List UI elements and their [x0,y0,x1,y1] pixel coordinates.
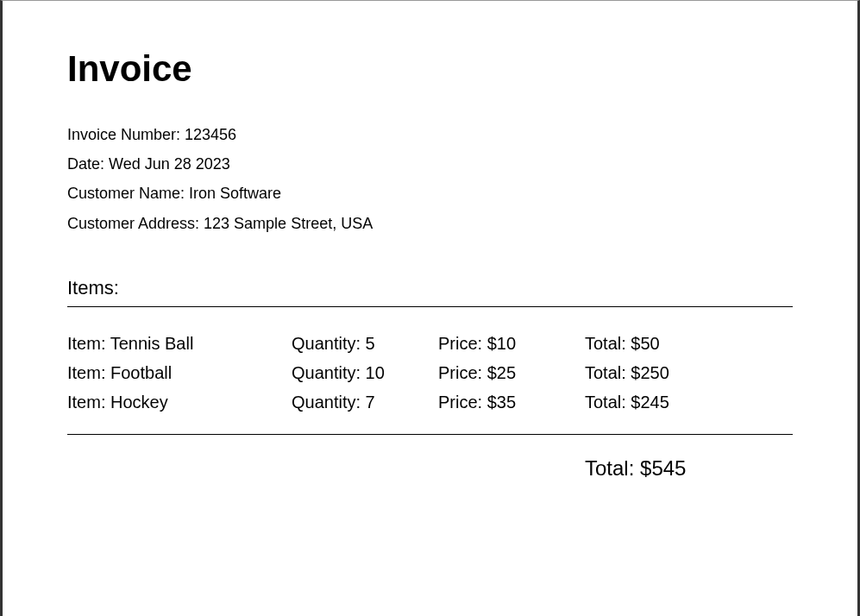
total-cell: Total: $250 [585,358,793,387]
table-row: Item: Hockey Quantity: 7 Price: $35 Tota… [67,387,793,417]
date-label: Date: [67,155,109,173]
item-label: Item: [67,363,110,382]
items-table: Item: Tennis Ball Quantity: 5 Price: $10… [67,329,793,417]
total-cell: Total: $245 [585,387,793,417]
qty-cell: Quantity: 7 [292,387,438,417]
price-cell: Price: $10 [438,329,585,358]
qty-cell: Quantity: 10 [292,358,438,387]
total-label: Total: [585,363,631,382]
grand-total-value: $545 [640,456,686,480]
date-line: Date: Wed Jun 28 2023 [67,149,793,179]
price-label: Price: [438,363,487,382]
invoice-page: Invoice Invoice Number: 123456 Date: Wed… [3,1,857,515]
total-value: $50 [631,334,659,353]
table-row: Item: Football Quantity: 10 Price: $25 T… [67,358,793,387]
customer-name-label: Customer Name: [67,185,189,202]
item-name: Football [110,363,172,382]
item-label: Item: [67,334,110,353]
item-cell: Item: Football [67,358,292,387]
price-value: $25 [487,363,516,382]
price-value: $10 [487,334,516,353]
item-name: Hockey [110,393,168,412]
price-label: Price: [438,334,487,353]
divider-bottom [67,434,793,435]
total-cell: Total: $50 [585,329,793,358]
date-value: Wed Jun 28 2023 [109,155,230,173]
item-cell: Item: Tennis Ball [67,329,292,358]
customer-address-line: Customer Address: 123 Sample Street, USA [67,209,793,238]
grand-total-label: Total: [585,456,640,480]
invoice-meta: Invoice Number: 123456 Date: Wed Jun 28 … [67,120,793,238]
customer-address-label: Customer Address: [67,215,204,232]
item-cell: Item: Hockey [67,387,292,417]
page-title: Invoice [67,48,793,90]
qty-label: Quantity: [292,393,366,412]
divider-top [67,306,793,307]
qty-label: Quantity: [292,334,366,353]
invoice-number-line: Invoice Number: 123456 [67,120,793,149]
qty-value: 7 [366,393,375,412]
qty-label: Quantity: [292,363,366,382]
total-value: $245 [631,393,669,412]
qty-value: 5 [366,334,375,353]
item-label: Item: [67,393,110,412]
grand-total: Total: $545 [67,456,793,481]
price-value: $35 [487,393,516,412]
customer-name-value: Iron Software [189,185,281,202]
item-name: Tennis Ball [110,334,194,353]
invoice-number-value: 123456 [185,126,236,143]
total-value: $250 [631,363,669,382]
total-label: Total: [585,393,631,412]
items-heading: Items: [67,277,793,299]
price-cell: Price: $35 [438,387,585,417]
qty-cell: Quantity: 5 [292,329,438,358]
invoice-number-label: Invoice Number: [67,126,185,143]
total-label: Total: [585,334,631,353]
customer-name-line: Customer Name: Iron Software [67,179,793,208]
qty-value: 10 [366,363,385,382]
price-cell: Price: $25 [438,358,585,387]
table-row: Item: Tennis Ball Quantity: 5 Price: $10… [67,329,793,358]
price-label: Price: [438,393,487,412]
customer-address-value: 123 Sample Street, USA [204,215,373,232]
